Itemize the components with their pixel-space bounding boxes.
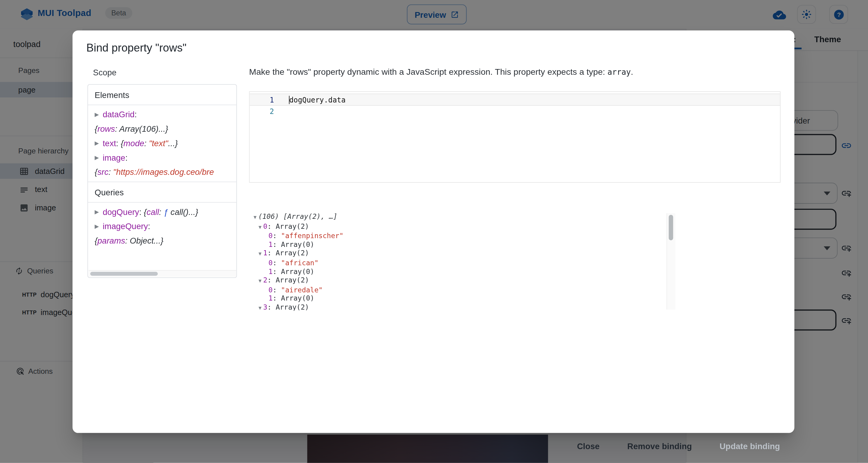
- dialog-actions: Close Remove binding Update binding: [572, 438, 784, 454]
- result-node[interactable]: ▼0: Array(2): [250, 222, 783, 232]
- tree-node-datagrid-preview: {rows: Array(106)...}: [88, 122, 236, 136]
- scope-label: Scope: [93, 67, 117, 77]
- tree-node-imagequery[interactable]: ▶ imageQuery:: [88, 219, 236, 234]
- scrollbar-thumb[interactable]: [669, 215, 673, 240]
- result-root-node[interactable]: ▼(106) [Array(2), …]: [250, 212, 783, 221]
- tree-node-image-preview: {src: "https://images.dog.ceo/bre: [88, 165, 236, 179]
- screen: MUI Toolpad Beta Preview: [0, 0, 868, 463]
- vertical-scrollbar[interactable]: [666, 213, 675, 310]
- close-button[interactable]: Close: [572, 438, 604, 454]
- tree-node-datagrid[interactable]: ▶ dataGrid:: [88, 107, 236, 122]
- result-leaf: 0: "african": [250, 259, 783, 267]
- expression-editor[interactable]: 1 dogQuery.data 2: [249, 91, 781, 183]
- update-binding-button[interactable]: Update binding: [715, 438, 784, 454]
- tree-node-imagequery-preview: {params: Object...}: [88, 234, 236, 248]
- result-leaf: 0: "airedale": [250, 285, 783, 294]
- line-number: 1: [250, 94, 274, 105]
- elements-header: Elements: [88, 85, 236, 104]
- tree-node-dogquery[interactable]: ▶ dogQuery: {call: ƒ call()...}: [88, 205, 236, 219]
- result-node[interactable]: ▼2: Array(2): [250, 276, 783, 285]
- tree-node-image[interactable]: ▶ image:: [88, 151, 236, 165]
- result-leaf: 1: Array(0): [250, 240, 783, 249]
- queries-header: Queries: [88, 182, 236, 202]
- dialog-description: Make the "rows" property dynamic with a …: [249, 67, 736, 77]
- result-node-clipped[interactable]: ▼3: Array(2): [250, 303, 783, 311]
- remove-binding-button[interactable]: Remove binding: [623, 438, 696, 454]
- result-node[interactable]: ▼1: Array(2): [250, 249, 783, 258]
- tree-node-text[interactable]: ▶ text: {mode: "text"...}: [88, 136, 236, 151]
- queries-tree: ▶ dogQuery: {call: ƒ call()...} ▶ imageQ…: [88, 203, 236, 250]
- bind-property-dialog: Bind property "rows" Scope Elements ▶ da…: [73, 30, 795, 433]
- editor-line-1[interactable]: 1 dogQuery.data: [250, 93, 780, 105]
- line-number: 2: [250, 106, 274, 118]
- evaluation-result-tree: ▼(106) [Array(2), …] ▼0: Array(2) 0: "af…: [250, 212, 783, 310]
- horizontal-scrollbar[interactable]: [89, 270, 237, 277]
- dialog-title: Bind property "rows": [87, 41, 187, 54]
- elements-tree: ▶ dataGrid: {rows: Array(106)...} ▶ text…: [88, 105, 236, 182]
- result-leaf: 1: Array(0): [250, 294, 783, 303]
- editor-line-2[interactable]: 2: [250, 106, 780, 118]
- result-leaf: 1: Array(0): [250, 267, 783, 276]
- result-leaf: 0: "affenpinscher": [250, 232, 783, 240]
- editor-code: dogQuery.data: [289, 94, 346, 105]
- scope-browser: Elements ▶ dataGrid: {rows: Array(106)..…: [87, 84, 237, 278]
- scrollbar-thumb[interactable]: [90, 272, 158, 276]
